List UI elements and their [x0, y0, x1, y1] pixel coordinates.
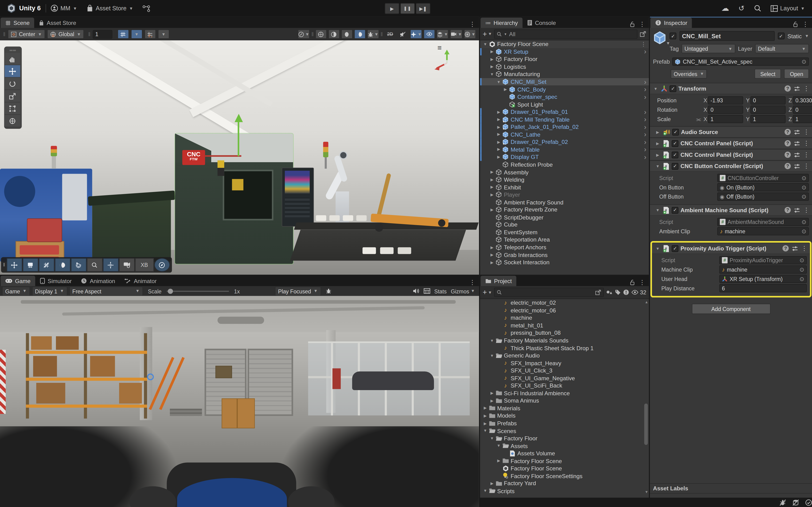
foldout-arrow-icon[interactable]: ▶ [489, 49, 495, 54]
project-row[interactable]: ▼Factory Materials Sounds [480, 337, 649, 344]
hierarchy-row[interactable]: ▶Factory Reverb Zone [480, 206, 649, 213]
help-icon[interactable]: ? [782, 245, 789, 251]
foldout-arrow-icon[interactable]: ▶ [482, 413, 488, 418]
grid-snap-dropdown[interactable]: ▼ [131, 30, 142, 39]
rotate-tool-button[interactable] [5, 78, 20, 90]
foldout-arrow-icon[interactable]: ▼ [489, 436, 495, 441]
project-row[interactable]: ▼Assets [480, 442, 649, 449]
open-in-window-icon[interactable] [595, 289, 601, 295]
z-field[interactable]: 0 [793, 106, 812, 114]
static-checkbox[interactable]: ✓ [778, 33, 784, 40]
foldout-arrow-icon[interactable]: ▼ [489, 338, 495, 343]
foldout-arrow-icon[interactable]: ▶ [496, 125, 502, 129]
project-row[interactable]: ▶Prefabs [480, 419, 649, 427]
component-enabled-checkbox[interactable]: ✓ [672, 163, 678, 169]
project-row[interactable]: ♪SFX_UI_SciFi_Back [480, 382, 649, 389]
y-field[interactable]: 0 [751, 106, 786, 114]
hierarchy-row[interactable]: ▶Drawer_01_Prefab_01› [480, 108, 649, 115]
foldout-arrow-icon[interactable]: ▼ [655, 246, 661, 251]
tool-settings-overlay-button[interactable] [22, 258, 38, 272]
asset-labels-header[interactable]: Asset Labels [650, 483, 812, 494]
component-enabled-checkbox[interactable]: ✓ [672, 151, 678, 158]
prefab-object-field[interactable]: CNC_Mill_Set_Active_spec ⊙ [672, 58, 809, 66]
hierarchy-row[interactable]: ▶Logistics [480, 63, 649, 70]
project-row[interactable]: ♪SFX_Impact_Heavy [480, 359, 649, 367]
hierarchy-row[interactable]: EventSystem [480, 228, 649, 236]
hierarchy-row[interactable]: Container_spec› [480, 93, 649, 101]
gizmos-dropdown[interactable]: ▼ [464, 30, 476, 39]
object-picker-icon[interactable]: ⊙ [801, 219, 806, 225]
help-icon[interactable]: ? [784, 129, 791, 135]
foldout-arrow-icon[interactable]: ▶ [496, 155, 502, 159]
search-by-label-icon[interactable] [615, 289, 621, 295]
create-menu[interactable]: +▼ [483, 30, 492, 38]
lock-icon[interactable] [630, 21, 635, 27]
layer-dropdown[interactable]: Default▼ [755, 44, 809, 53]
component-enabled-checkbox[interactable]: ✓ [672, 207, 678, 214]
tab-project[interactable]: Project [480, 276, 516, 286]
play-focused-dropdown[interactable]: Play Focused▼ [275, 286, 321, 296]
help-icon[interactable]: ? [784, 207, 791, 213]
project-row[interactable]: ▶Factory Yard [480, 480, 649, 487]
project-row[interactable]: ▶Sci-Fi Industrial Ambience [480, 389, 649, 397]
asset-store-menu[interactable]: Asset Store▼ [82, 0, 138, 17]
step-button[interactable]: ▶❚ [416, 3, 430, 14]
project-row[interactable]: ▼Scripts [480, 487, 649, 495]
hierarchy-row[interactable]: Cube [480, 221, 649, 228]
version-control-button[interactable] [138, 0, 155, 17]
foldout-arrow-icon[interactable]: ▼ [653, 86, 659, 91]
hierarchy-row[interactable]: Teleportation Area [480, 236, 649, 244]
project-row[interactable]: ▶Materials [480, 404, 649, 412]
static-dropdown[interactable]: ▼ [805, 34, 809, 38]
compass-overlay-button[interactable] [154, 258, 170, 272]
foldout-arrow-icon[interactable]: ▶ [489, 207, 495, 212]
camera-settings-dropdown[interactable]: ▼ [450, 30, 463, 39]
foldout-arrow-icon[interactable]: ▶ [489, 57, 495, 61]
object-picker-icon[interactable]: ⊙ [801, 193, 806, 200]
property-field[interactable]: 6 [719, 284, 807, 292]
lock-icon[interactable] [793, 21, 798, 27]
project-row[interactable]: Factory Floor SceneSettings [480, 472, 649, 480]
component-header[interactable]: ▼ ✓ Transform ? ⋮ [650, 83, 812, 94]
project-row[interactable]: ♪SFX_UI_Game_Negative [480, 374, 649, 382]
tool-handle-pivot-dropdown[interactable]: Center▼ [7, 30, 45, 39]
foldout-arrow-icon[interactable]: ▼ [496, 443, 502, 448]
foldout-arrow-icon[interactable]: ▶ [655, 152, 661, 157]
project-row[interactable]: ♪SFX_UI_Click_3 [480, 367, 649, 374]
tab-console[interactable]: Console [522, 17, 561, 28]
object-picker-icon[interactable]: ⊙ [801, 58, 806, 65]
xb-overlay-button[interactable]: XB [135, 258, 154, 272]
grid-snap-toggle[interactable] [117, 30, 129, 39]
panel-menu-icon[interactable]: ⋮ [469, 279, 475, 286]
y-field[interactable]: 1 [751, 115, 786, 123]
presets-icon[interactable] [794, 207, 800, 213]
object-picker-icon[interactable]: ⊙ [801, 175, 806, 181]
debugger-detached-icon[interactable] [779, 499, 786, 506]
tab-game[interactable]: Game [0, 276, 35, 286]
hierarchy-row[interactable]: ▶Exhibit [480, 183, 649, 191]
gameobject-name-field[interactable]: CNC_Mill_Set [679, 31, 775, 41]
hierarchy-row[interactable]: Spot Light [480, 101, 649, 108]
foldout-arrow-icon[interactable]: ▼ [496, 79, 502, 84]
hierarchy-row[interactable]: ▶Metal Table› [480, 146, 649, 153]
project-row[interactable]: ♪electric_motor_02 [480, 299, 649, 306]
history-icon[interactable]: ↺ [739, 4, 745, 12]
hierarchy-row[interactable]: ▶Assembly [480, 168, 649, 176]
object-picker-icon[interactable]: ⊙ [801, 184, 806, 191]
hierarchy-row[interactable]: ▶CNC_Lathe› [480, 131, 649, 138]
tab-scene[interactable]: Scene [0, 17, 34, 28]
hierarchy-row[interactable]: ▶Pallet_Jack_01_Prefab_02› [480, 123, 649, 131]
prefab-open-chevron[interactable]: › [644, 138, 649, 145]
z-field[interactable]: 1 [793, 115, 812, 123]
layers-dropdown[interactable]: ▼ [437, 30, 449, 39]
hierarchy-row[interactable]: ▼Manufacturing [480, 70, 649, 78]
overlay-drag-handle[interactable]: ══ [5, 48, 21, 53]
draw-mode-dropdown[interactable]: ▼ [298, 30, 310, 39]
help-icon[interactable]: ? [784, 140, 791, 146]
lighting-toggle[interactable] [354, 30, 365, 39]
play-button[interactable]: ▶ [385, 3, 399, 14]
component-header[interactable]: ▼ # ✓ Proximity Audio Trigger (Script) ?… [652, 243, 810, 254]
y-axis-gizmo[interactable] [238, 121, 240, 156]
foldout-arrow-icon[interactable]: ▼ [655, 208, 661, 213]
foldout-arrow-icon[interactable]: ▼ [655, 164, 661, 169]
